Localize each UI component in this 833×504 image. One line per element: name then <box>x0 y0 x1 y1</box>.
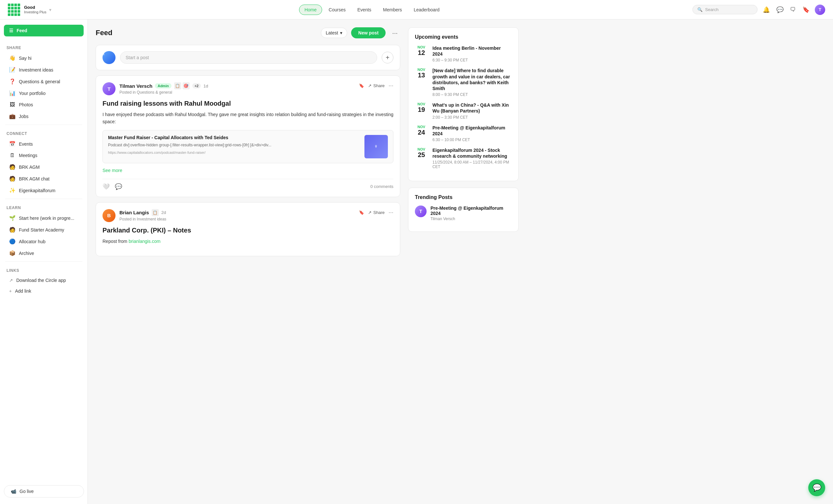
sidebar-item-questions[interactable]: ❓ Questions & general <box>3 76 85 87</box>
nav-leaderboard[interactable]: Leaderboard <box>408 5 445 15</box>
sidebar-item-label: Start here (work in progre... <box>19 216 74 221</box>
divider <box>5 125 82 125</box>
archive-icon: 📦 <box>9 250 16 256</box>
post-body: Repost from brianlangis.com <box>102 238 394 245</box>
sidebar-item-label: BRK AGM chat <box>19 176 49 181</box>
investment-ideas-icon: 📝 <box>9 67 16 73</box>
sidebar-item-meetings[interactable]: 🗓 Meetings <box>3 150 85 161</box>
event-info: Idea meeting Berlin - November 2024 6:30… <box>432 45 512 62</box>
sidebar-item-fund-starter[interactable]: 🧑 Fund Starter Academy <box>3 224 85 235</box>
divider <box>5 199 82 199</box>
sidebar-item-jobs[interactable]: 💼 Jobs <box>3 110 85 122</box>
sidebar-item-eigenkapitalforum[interactable]: ✨ Eigenkapitalforum <box>3 185 85 196</box>
sidebar-item-say-hi[interactable]: 👋 Say hi <box>3 52 85 64</box>
sidebar-item-add-link[interactable]: + Add link <box>3 286 85 296</box>
nav-home[interactable]: Home <box>299 4 322 15</box>
share-button[interactable]: ↗ Share <box>368 210 385 215</box>
search-box[interactable]: 🔍 Search <box>692 5 758 14</box>
trending-item: T Pre-Meeting @ Eigenkapitalforum 2024 T… <box>415 205 512 221</box>
admin-badge: Admin <box>155 83 171 89</box>
feed-button[interactable]: ☰ Feed <box>4 25 84 36</box>
event-day: 24 <box>415 129 428 136</box>
event-time: 6:30 – 9:30 PM CET <box>432 58 512 62</box>
event-item: NOV 12 Idea meeting Berlin - November 20… <box>415 45 512 62</box>
event-day: 19 <box>415 106 428 113</box>
sidebar-item-archive[interactable]: 📦 Archive <box>3 248 85 259</box>
event-time: 6:30 – 10:00 PM CET <box>432 137 512 142</box>
sidebar-item-brk-agm[interactable]: 🧑 BRK AGM <box>3 161 85 173</box>
nav-courses[interactable]: Courses <box>324 5 351 15</box>
user-avatar[interactable]: T <box>815 4 825 15</box>
sidebar-item-events[interactable]: 📅 Events <box>3 138 85 150</box>
add-post-button[interactable]: + <box>382 52 394 64</box>
post-footer: 🤍 💬 0 comments <box>102 179 394 190</box>
sidebar-item-brk-agm-chat[interactable]: 🧑 BRK AGM chat <box>3 173 85 184</box>
sidebar-item-portfolio[interactable]: 📊 Your portfolio <box>3 87 85 99</box>
thumb-image: 🎙 <box>375 145 378 148</box>
bookmark-button[interactable]: 🔖 <box>359 83 364 88</box>
link-preview[interactable]: Master Fund Raiser - Capital Allocators … <box>102 130 394 163</box>
event-item: NOV 25 Eigenkapitalforum 2024 - Stock re… <box>415 147 512 169</box>
post-footer-actions: 🤍 💬 <box>102 183 122 190</box>
sidebar-item-label: Allocator hub <box>19 239 46 244</box>
author-avatar: T <box>102 82 116 95</box>
badge-icons: 📋 🎯 <box>174 82 190 90</box>
event-name: [New date] Where to find durable growth … <box>432 68 512 91</box>
start-here-icon: 🌱 <box>9 215 16 221</box>
allocator-hub-icon: 🔵 <box>9 238 16 245</box>
brk-agm-chat-icon: 🧑 <box>9 176 16 182</box>
bookmark-button[interactable]: 🔖 <box>359 210 364 215</box>
event-info: Eigenkapitalforum 2024 - Stock research … <box>432 147 512 169</box>
divider <box>5 261 82 262</box>
chat-fab-icon: 💬 <box>812 483 821 492</box>
share-button[interactable]: ↗ Share <box>368 83 385 88</box>
start-post-input[interactable]: Start a post <box>120 51 377 64</box>
share-icon: ↗ <box>368 210 372 215</box>
share-section-label: Share <box>0 42 88 52</box>
say-hi-icon: 👋 <box>9 55 16 61</box>
event-date: NOV 13 <box>415 68 428 79</box>
feed-column: Feed Latest ▾ New post ··· T Start a po <box>96 27 400 261</box>
external-link[interactable]: brianlangis.com <box>128 239 161 244</box>
post-more-button[interactable]: ··· <box>388 82 394 89</box>
bookmarks-button[interactable]: 🔖 <box>801 5 811 15</box>
sidebar-item-allocator-hub[interactable]: 🔵 Allocator hub <box>3 236 85 247</box>
post-header: B Brian Langis 📋 2d Posted in Investment <box>102 209 394 222</box>
go-live-label: Go live <box>20 489 34 494</box>
more-options-button[interactable]: ··· <box>389 28 400 38</box>
logo-grid-icon <box>8 4 20 16</box>
see-more-button[interactable]: See more <box>102 168 122 173</box>
go-live-button[interactable]: 📹 Go live <box>4 485 84 498</box>
sidebar-item-photos[interactable]: 🖼 Photos <box>3 99 85 110</box>
event-item: NOV 19 What's up in China? - Q&A with Xi… <box>415 102 512 119</box>
link-desc: Podcast div]:overflow-hidden group-[.fil… <box>108 142 360 148</box>
nav-events[interactable]: Events <box>352 5 377 15</box>
floating-chat-button[interactable]: 💬 <box>808 479 825 496</box>
trending-card-title: Trending Posts <box>415 195 512 200</box>
event-day: 25 <box>415 151 428 158</box>
current-user-avatar: T <box>102 51 116 64</box>
nav-members[interactable]: Members <box>378 5 407 15</box>
comment-button[interactable]: 💬 <box>115 183 122 190</box>
sidebar-item-investment-ideas[interactable]: 📝 Investment ideas <box>3 64 85 75</box>
post-more-button[interactable]: ··· <box>388 209 394 216</box>
camera-icon: 📹 <box>11 489 16 494</box>
notifications-button[interactable]: 🔔 <box>761 5 771 15</box>
sidebar-item-label: Your portfolio <box>19 91 46 96</box>
author-name: Tilman Versch <box>119 83 152 89</box>
like-button[interactable]: 🤍 <box>102 183 110 190</box>
event-month: NOV <box>415 147 428 151</box>
share-icon: ↗ <box>368 83 372 88</box>
post-author: B Brian Langis 📋 2d Posted in Investment <box>102 209 166 222</box>
chat-button[interactable]: 💬 <box>775 5 785 15</box>
event-date: NOV 24 <box>415 125 428 136</box>
messages-button[interactable]: 🗨 <box>789 5 797 14</box>
search-icon: 🔍 <box>697 7 703 12</box>
new-post-button[interactable]: New post <box>351 27 386 39</box>
sidebar-item-start-here[interactable]: 🌱 Start here (work in progre... <box>3 212 85 224</box>
sidebar-item-download-app[interactable]: ↗ Download the Circle app <box>3 275 85 285</box>
badge-icon-1: 📋 <box>174 82 181 90</box>
trending-avatar: T <box>415 205 427 217</box>
logo-chevron-icon[interactable]: ▾ <box>49 7 51 12</box>
sort-button[interactable]: Latest ▾ <box>321 28 347 38</box>
